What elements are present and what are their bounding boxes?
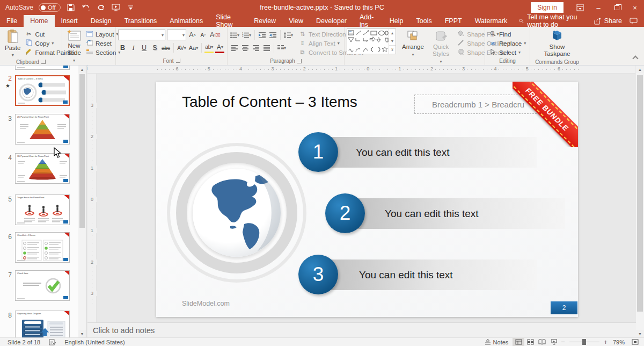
toc-item-circle-1[interactable]: 1 — [298, 132, 338, 172]
numbering-button[interactable]: 12▾ — [241, 30, 252, 40]
redo-icon[interactable] — [96, 3, 106, 12]
columns-button[interactable]: ▾ — [277, 42, 287, 53]
find-button[interactable]: Find — [487, 30, 528, 39]
spellcheck-icon[interactable] — [45, 338, 60, 346]
customize-qat-icon[interactable] — [126, 3, 136, 12]
tab-transitions[interactable]: Transitions — [118, 15, 164, 27]
slide-sorter-view-button[interactable] — [524, 338, 536, 346]
toc-item-circle-3[interactable]: 3 — [298, 255, 338, 294]
normal-view-button[interactable] — [513, 338, 524, 346]
tell-me-search[interactable]: Tell me what you want to do — [514, 15, 594, 27]
select-button[interactable]: Select▾ — [487, 48, 528, 57]
undo-icon[interactable] — [81, 3, 91, 12]
quick-styles-button[interactable]: QuickStyles ▾ — [430, 28, 452, 66]
notes-pane[interactable]: Click to add notes — [87, 322, 636, 337]
shapes-gallery[interactable]: ▲▼⊻ — [347, 28, 396, 54]
font-dialog-launcher[interactable] — [176, 59, 180, 63]
autosave-toggle[interactable]: Off — [39, 3, 60, 12]
show-taskpane-button[interactable]: ShowTaskpane — [541, 28, 573, 59]
toc-item-bar-2[interactable]: You can edit this text — [344, 198, 565, 229]
italic-button[interactable]: I — [129, 42, 138, 53]
globe-graphic[interactable] — [167, 143, 306, 283]
tab-animations[interactable]: Animations — [163, 15, 209, 27]
toc-item-bar-3[interactable]: You can edit this text — [317, 260, 537, 290]
character-spacing-button[interactable]: AV▾ — [177, 42, 187, 53]
underline-button[interactable]: U — [140, 42, 149, 53]
align-center-icon[interactable] — [240, 42, 250, 53]
thumbnail-slide-7[interactable]: Check Item — [15, 270, 70, 301]
slide-title-textbox[interactable]: Table of Content – 3 Items — [182, 93, 357, 111]
notes-toggle[interactable]: Notes — [480, 339, 513, 345]
close-button[interactable]: × — [626, 0, 644, 15]
thumbnail-slide-6[interactable]: Checklist – 8 Items — [15, 232, 70, 263]
language-indicator[interactable]: English (United States) — [60, 338, 129, 346]
zoom-out-button[interactable]: − — [560, 338, 566, 346]
tab-developer[interactable]: Developer — [310, 15, 353, 27]
thumbnail-slide-3[interactable]: 2D Pyramid Chart for PowerPoint — [15, 114, 70, 145]
align-left-icon[interactable] — [230, 42, 239, 53]
strikethrough-button[interactable]: abc — [161, 42, 171, 53]
font-name-combobox[interactable]: ▾ — [118, 30, 165, 40]
toc-item-bar-1[interactable]: You can edit this text — [317, 137, 537, 168]
comments-icon[interactable] — [630, 18, 638, 25]
zoom-level[interactable]: 79% — [609, 339, 629, 345]
tab-help[interactable]: Help — [383, 15, 410, 27]
sign-in-button[interactable]: Sign in — [531, 2, 564, 13]
zoom-in-button[interactable]: + — [603, 338, 609, 346]
increase-indent-icon[interactable] — [268, 30, 277, 40]
slide-indicator[interactable]: Slide 2 of 18 — [3, 338, 45, 346]
restore-button[interactable] — [608, 0, 626, 15]
new-slide-button[interactable]: NewSlide ▾ — [64, 28, 84, 65]
main-scrollbar[interactable]: ▲ ▼ — [636, 66, 644, 337]
font-color-button[interactable]: A▾ — [215, 42, 224, 53]
share-button[interactable]: Share — [594, 17, 622, 25]
tab-addins[interactable]: Add-ins — [353, 15, 383, 27]
tab-fppt[interactable]: FPPT — [438, 15, 469, 27]
justify-icon[interactable] — [262, 42, 271, 53]
save-icon[interactable] — [66, 3, 76, 12]
tab-view[interactable]: View — [282, 15, 310, 27]
thumbnail-scrollbar[interactable]: ▲ ▼ — [78, 66, 86, 337]
line-spacing-button[interactable]: ▾ — [283, 30, 294, 40]
tab-insert[interactable]: Insert — [55, 15, 84, 27]
text-shadow-button[interactable]: S — [150, 42, 159, 53]
thumbnail-slide-2[interactable]: Table of Content – 3 Items — [15, 75, 70, 106]
reading-view-button[interactable] — [536, 338, 548, 346]
shapes-scrollbar[interactable]: ▲▼⊻ — [389, 29, 396, 54]
bold-button[interactable]: B — [118, 42, 127, 53]
font-size-combobox[interactable]: ▾ — [167, 30, 186, 40]
arrange-button[interactable]: Arrange▾ — [399, 28, 427, 59]
increase-font-icon[interactable]: A˄ — [188, 30, 197, 40]
highlight-color-button[interactable]: ab▾ — [204, 42, 214, 53]
thumbnail-slide-8[interactable]: Opposing Ideas Diagram — [15, 311, 70, 337]
tab-home[interactable]: Home — [24, 15, 54, 27]
minimize-button[interactable]: – — [589, 0, 608, 15]
clipboard-dialog-launcher[interactable] — [41, 60, 46, 64]
replace-button[interactable]: ab Replace▾ — [487, 39, 528, 48]
tab-slideshow[interactable]: Slide Show — [209, 15, 247, 27]
toc-item-circle-2[interactable]: 2 — [325, 193, 365, 233]
decrease-font-icon[interactable]: A˅ — [199, 30, 208, 40]
clear-formatting-icon[interactable]: A⌫ — [209, 30, 221, 40]
decrease-indent-icon[interactable] — [258, 30, 267, 40]
tab-file[interactable]: File — [0, 15, 24, 27]
tab-design[interactable]: Design — [84, 15, 118, 27]
collapse-ribbon-icon[interactable] — [632, 55, 638, 61]
slideshow-view-button[interactable] — [548, 338, 560, 346]
paragraph-dialog-launcher[interactable] — [297, 59, 302, 63]
tab-tools[interactable]: Tools — [410, 15, 438, 27]
slide-page-number[interactable]: 2 — [551, 301, 577, 314]
slide-footer-credit[interactable]: SlideModel.com — [182, 300, 230, 307]
start-slideshow-icon[interactable] — [111, 3, 121, 12]
bullets-button[interactable]: ▾ — [230, 30, 240, 40]
slide-canvas[interactable]: Table of Content – 3 Items Breadcrumb 1 … — [156, 82, 578, 317]
zoom-slider[interactable] — [569, 342, 599, 342]
align-right-icon[interactable] — [251, 42, 260, 53]
thumbnail-slide-1-partial[interactable] — [15, 66, 70, 70]
fit-to-window-button[interactable] — [629, 338, 641, 346]
thumbnail-slide-5[interactable]: Target Focus for PowerPoint — [15, 194, 70, 225]
tab-review[interactable]: Review — [247, 15, 282, 27]
change-case-button[interactable]: Aa▾ — [188, 42, 199, 53]
ribbon-display-options-icon[interactable] — [571, 0, 589, 15]
tab-watermark[interactable]: Watermark — [469, 15, 514, 27]
